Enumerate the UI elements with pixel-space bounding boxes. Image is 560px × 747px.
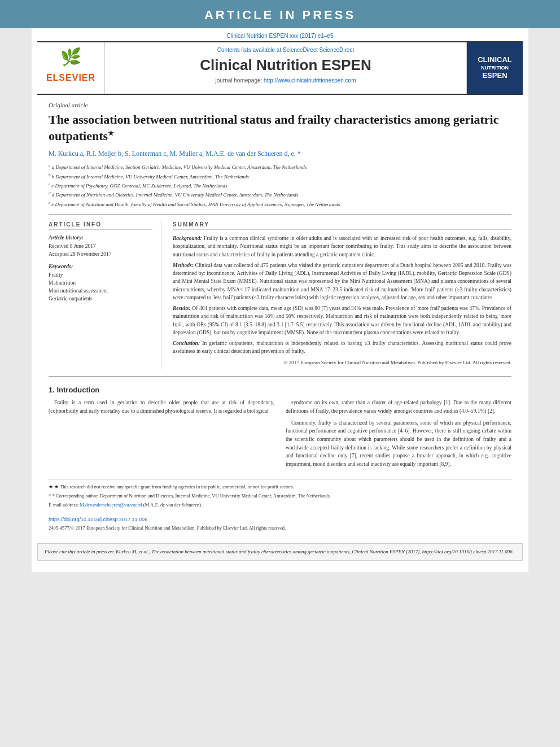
keywords-label: Keywords: [49, 263, 152, 269]
aip-text: ARTICLE IN PRESS [204, 8, 356, 22]
summary-results: Results: Of 404 patients with complete d… [173, 304, 511, 337]
article-info-summary-section: ARTICLE INFO Article history: Received 8… [49, 214, 511, 377]
journal-ref: Clinical Nutrition ESPEN xxx (2017) e1–e… [32, 28, 528, 41]
footnote-star: ★ ★ This research did not receive any sp… [49, 484, 511, 491]
affiliations: a a Department of Internal Medicine, Sec… [49, 163, 511, 208]
paper-container: Clinical Nutrition ESPEN xxx (2017) e1–e… [32, 28, 528, 572]
footnote-corresponding: * * Corresponding author. Department of … [49, 493, 511, 500]
intro-col2-p2: Commonly, frailty is characterized by se… [286, 419, 511, 469]
intro-col1: Frailty is a term used in geriatrics to … [49, 399, 274, 472]
article-received: Received 8 June 2017 Accepted 28 Novembe… [49, 242, 152, 259]
summary-copyright: © 2017 European Society for Clinical Nut… [173, 359, 511, 367]
introduction-section: 1. Introduction Frailty is a term used i… [49, 386, 511, 472]
journal-header-left: 🌿 ELSEVIER [37, 42, 105, 94]
article-history-label: Article history: [49, 234, 152, 241]
article-info-header: ARTICLE INFO [49, 221, 152, 230]
affiliation-d: d d Department of Nutrition and Dietetic… [49, 190, 511, 199]
doi-section: https://doi.org/10.1016/j.clnesp.2017.11… [49, 513, 511, 523]
sciencedirect-link[interactable]: ScienceDirect [319, 47, 354, 53]
summary-text: Background: Frailty is a common clinical… [173, 234, 511, 366]
journal-header: 🌿 ELSEVIER Contents lists available at S… [37, 41, 523, 95]
affiliation-a: a a Department of Internal Medicine, Sec… [49, 163, 511, 171]
summary-header: SUMMARY [173, 221, 511, 230]
affiliation-e: e e Department of Nutrition and Health, … [49, 200, 511, 208]
email-link[interactable]: M.devanderschueren@vu.vnc.nl [80, 502, 142, 508]
intro-col2-p1: syndrome on its own, rather than a clust… [286, 399, 511, 415]
journal-title: Clinical Nutrition ESPEN [116, 56, 455, 74]
article-type: Original article [49, 102, 511, 108]
journal-homepage: journal homepage: http://www.clinicalnut… [116, 77, 455, 84]
intro-two-col: Frailty is a term used in geriatrics to … [49, 399, 511, 472]
elsevier-logo: ELSEVIER [46, 67, 97, 89]
footnotes-section: ★ ★ This research did not receive any sp… [49, 479, 511, 531]
citation-box: Please cite this article in press as: Ku… [37, 543, 523, 561]
intro-col1-p1: Frailty is a term used in geriatrics to … [49, 399, 274, 415]
summary-conclusion: Conclusion: In geriatric outpatients, ma… [173, 339, 511, 356]
intro-col2: syndrome on its own, rather than a clust… [286, 399, 511, 472]
affiliation-b: b b Department of Internal Medicine, VU … [49, 172, 511, 181]
article-title: The association between nutritional stat… [49, 112, 511, 144]
journal-homepage-link[interactable]: http://www.clinicalnutritionespen.com [264, 77, 356, 84]
summary-column: SUMMARY Background: Frailty is a common … [173, 221, 511, 369]
elsevier-logo-text: ELSEVIER [46, 73, 95, 83]
article-info-column: ARTICLE INFO Article history: Received 8… [49, 221, 161, 369]
citation-text: Please cite this article in press as: Ku… [45, 549, 513, 554]
authors: M. Kurkcu a, R.I. Meijer b, S. Lonterman… [49, 150, 511, 158]
footnote-email: E-mail address: M.devanderschueren@vu.vn… [49, 502, 511, 509]
journal-header-center: Contents lists available at ScienceDirec… [105, 42, 466, 94]
article-in-press-banner: ARTICLE IN PRESS [0, 0, 560, 28]
issn-text: 2405-4577/© 2017 European Society for Cl… [49, 525, 511, 531]
elsevier-tree-icon: 🌿 [60, 47, 81, 67]
summary-background: Background: Frailty is a common clinical… [173, 234, 511, 259]
summary-methods: Methods: Clinical data was collected of … [173, 261, 511, 302]
keywords-list: Frailty Malnutrition Mini nutritional as… [49, 271, 152, 303]
affiliation-c: c c Department of Psychiatry, GGZ-Centra… [49, 181, 511, 190]
doi-link[interactable]: https://doi.org/10.1016/j.clnesp.2017.11… [49, 517, 147, 522]
journal-header-right: CLINICAL NUTRITION ESPEN [466, 42, 523, 94]
sciencedirect-text: Contents lists available at ScienceDirec… [116, 47, 455, 53]
journal-logo-right: CLINICAL NUTRITION ESPEN [478, 55, 512, 81]
article-body: Original article The association between… [32, 95, 528, 536]
intro-title: 1. Introduction [49, 386, 511, 394]
